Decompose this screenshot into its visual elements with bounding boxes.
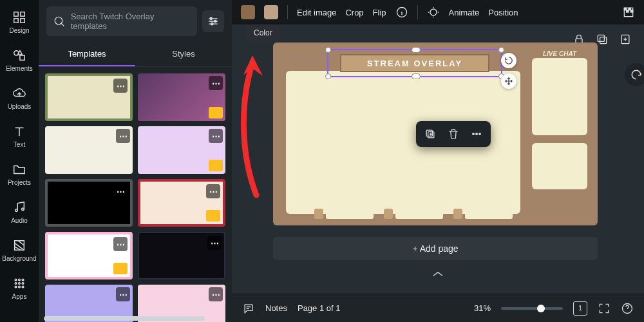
thumb-menu-button[interactable]: ⋯ (206, 184, 220, 198)
flip-button[interactable]: Flip (373, 8, 386, 17)
duplicate-icon[interactable] (424, 128, 437, 140)
dollar-icon (453, 209, 462, 219)
color-swatch-1[interactable] (241, 5, 255, 19)
rail-label: Uploads (8, 103, 32, 110)
add-page-button[interactable]: + Add page (273, 237, 598, 260)
info-slot (395, 209, 443, 219)
redo-fab[interactable] (625, 63, 644, 86)
rail-label: Background (2, 255, 36, 262)
crop-button[interactable]: Crop (345, 8, 363, 17)
redo-icon (630, 69, 642, 80)
edit-image-button[interactable]: Edit image (297, 8, 336, 17)
resize-handle[interactable] (325, 73, 331, 79)
template-thumb[interactable]: ⋯ (138, 232, 225, 279)
help-icon[interactable] (621, 302, 634, 315)
canvas-stage[interactable]: LIVE CHAT STREAM OVERLAY (232, 24, 644, 294)
thumb-menu-button[interactable]: ⋯ (113, 237, 128, 251)
svg-rect-5 (20, 55, 24, 60)
page-count-button[interactable]: 1 (573, 301, 587, 316)
rail-apps[interactable]: Apps (0, 271, 39, 305)
svg-point-18 (210, 17, 212, 19)
template-grid: ⋯ ⋯ ⋯ ⋯ ⋯ ⋯ ⋯ ⋯ ⋯ ⋯ (39, 67, 232, 322)
notes-button[interactable]: Notes (265, 303, 287, 313)
svg-rect-2 (14, 19, 18, 23)
panel-tabs: Templates Styles (39, 43, 232, 67)
thumb-menu-button[interactable]: ⋯ (207, 236, 222, 250)
resize-handle[interactable] (325, 47, 331, 53)
animate-button[interactable]: Animate (449, 8, 480, 17)
search-input[interactable]: Search Twitch Overlay templates (46, 6, 197, 36)
tab-templates[interactable]: Templates (39, 43, 135, 66)
resize-handle[interactable] (412, 73, 421, 79)
rail-label: Design (9, 27, 29, 34)
fullscreen-icon[interactable] (598, 302, 611, 315)
svg-point-22 (430, 9, 437, 15)
color-tooltip: Color (246, 24, 280, 41)
thumb-menu-button[interactable]: ⋯ (116, 287, 130, 301)
svg-rect-30 (598, 35, 604, 41)
canvas-chat-panel (532, 58, 587, 135)
thumb-menu-button[interactable]: ⋯ (209, 129, 223, 143)
info-icon[interactable] (395, 6, 408, 19)
add-page-icon-button[interactable] (618, 32, 632, 46)
resize-handle[interactable] (498, 47, 504, 53)
page-indicator: Page 1 of 1 (298, 303, 341, 313)
templates-panel: Search Twitch Overlay templates Template… (39, 0, 232, 322)
svg-point-34 (473, 133, 475, 135)
rail-text[interactable]: Text (0, 119, 39, 153)
svg-point-10 (22, 279, 24, 281)
svg-rect-0 (14, 12, 18, 16)
transparency-icon[interactable] (622, 6, 635, 19)
context-toolbar: Edit image Crop Flip Animate Position (232, 0, 644, 24)
timeline-toggle[interactable] (432, 269, 444, 279)
user-icon (314, 209, 323, 219)
position-button[interactable]: Position (488, 8, 518, 17)
notes-icon (242, 302, 255, 315)
thumb-menu-button[interactable]: ⋯ (113, 79, 128, 93)
rail-label: Audio (11, 217, 28, 224)
template-thumb[interactable]: ⋯ (138, 73, 225, 121)
zoom-slider[interactable] (501, 307, 563, 310)
svg-point-14 (15, 286, 17, 288)
zoom-thumb[interactable] (537, 305, 545, 312)
divider (287, 5, 288, 19)
svg-rect-26 (627, 10, 629, 12)
thumb-menu-button[interactable]: ⋯ (113, 184, 128, 198)
rail-background[interactable]: Background (0, 233, 39, 267)
rail-uploads[interactable]: Uploads (0, 81, 39, 115)
svg-point-6 (15, 209, 18, 212)
more-icon[interactable] (470, 128, 483, 140)
rail-design[interactable]: Design (0, 5, 39, 39)
resize-handle[interactable] (412, 47, 421, 53)
svg-rect-1 (21, 12, 24, 16)
divider (417, 5, 418, 19)
rail-audio[interactable]: Audio (0, 195, 39, 229)
trash-icon[interactable] (447, 128, 460, 140)
template-thumb[interactable]: ⋯ (45, 73, 133, 121)
thumb-menu-button[interactable]: ⋯ (116, 129, 130, 143)
thumb-menu-button[interactable]: ⋯ (209, 76, 223, 90)
template-thumb[interactable]: ⋯ (45, 232, 133, 279)
selection-box[interactable] (327, 49, 502, 77)
rotate-handle[interactable] (501, 53, 516, 68)
template-thumb[interactable]: ⋯ (138, 179, 225, 227)
filter-button[interactable] (202, 10, 224, 32)
zoom-value[interactable]: 31% (474, 303, 491, 313)
panel-scrollbar[interactable] (44, 316, 205, 321)
color-swatch-2[interactable] (264, 5, 278, 19)
rail-projects[interactable]: Projects (0, 157, 39, 191)
move-handle[interactable] (501, 73, 516, 89)
svg-rect-27 (630, 10, 632, 12)
design-canvas[interactable]: LIVE CHAT STREAM OVERLAY (273, 43, 598, 225)
thumb-menu-button[interactable]: ⋯ (209, 287, 223, 301)
svg-point-13 (22, 283, 24, 285)
template-thumb[interactable]: ⋯ (45, 179, 133, 227)
template-thumb[interactable]: ⋯ (138, 126, 225, 174)
tab-styles[interactable]: Styles (135, 43, 232, 66)
search-icon (53, 15, 66, 28)
template-thumb[interactable]: ⋯ (45, 126, 133, 174)
add-page-label: + Add page (412, 243, 458, 254)
rail-elements[interactable]: Elements (0, 43, 39, 77)
annotation-arrow-icon (237, 50, 269, 198)
svg-rect-33 (426, 130, 432, 136)
